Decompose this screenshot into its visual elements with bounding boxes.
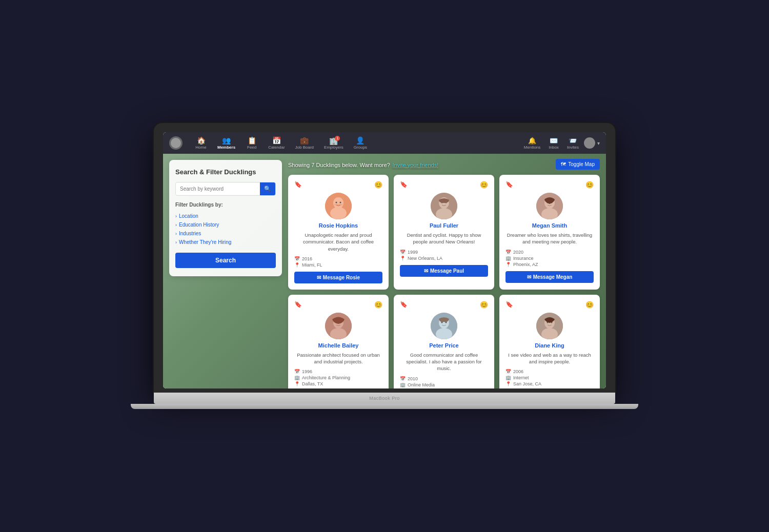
emoji-rosie[interactable]: 😊	[374, 181, 382, 189]
filter-hiring-label: Whether They're Hiring	[179, 239, 231, 245]
mentions-icon: 🔔	[528, 137, 536, 145]
filter-education[interactable]: › Education History	[175, 220, 276, 229]
member-card-diane: 🔖 😊	[499, 295, 600, 388]
avatar-area-paul	[400, 193, 488, 219]
message-icon: ✉	[424, 268, 428, 274]
avatar-area-peter	[400, 313, 488, 339]
emoji-paul[interactable]: 😊	[480, 181, 488, 189]
year-megan: 📅 2020	[505, 250, 594, 255]
calendar-meta-icon: 📅	[505, 250, 511, 255]
nav-members-label: Members	[217, 145, 235, 150]
panel-header: Showing 7 Ducklings below. Want more? In…	[288, 159, 600, 170]
name-michelle[interactable]: Michelle Bailey	[294, 342, 382, 349]
chevron-right-icon: ›	[175, 231, 177, 236]
user-dropdown-arrow[interactable]: ▾	[597, 140, 600, 146]
meta-michelle: 📅 1996 🏢 Architecture & Planning 📍	[294, 369, 382, 386]
emoji-diane[interactable]: 😊	[585, 301, 594, 309]
emoji-peter[interactable]: 😊	[480, 301, 488, 309]
avatar-peter	[431, 313, 457, 339]
bookmark-rosie[interactable]: 🔖	[294, 181, 302, 188]
toggle-map-button[interactable]: 🗺 Toggle Map	[556, 159, 600, 170]
svg-point-2	[330, 207, 347, 219]
avatar-megan	[536, 193, 563, 219]
location-paul: 📍 New Orleans, LA	[400, 256, 488, 261]
app-logo[interactable]	[169, 136, 183, 150]
message-paul-button[interactable]: ✉ Message Paul	[400, 265, 488, 277]
nav-groups-label: Groups	[354, 145, 367, 150]
cards-grid: 🔖 😊	[288, 175, 600, 388]
app: 🏠 Home 👥 Members 📋 Feed 📅	[163, 132, 606, 388]
avatar-rosie	[325, 193, 352, 219]
nav-inbox[interactable]: ✉️ Inbox	[545, 135, 562, 152]
bio-megan: Dreamer who loves tee shirts, travelling…	[505, 232, 594, 245]
invite-friends-link[interactable]: Invite your friends!	[392, 162, 438, 168]
nav-jobboard-label: Job Board	[295, 145, 314, 150]
calendar-meta-icon: 📅	[505, 369, 511, 374]
location-meta-icon: 📍	[505, 381, 511, 386]
emoji-megan[interactable]: 😊	[585, 181, 594, 189]
nav-groups[interactable]: 👤 Groups	[350, 134, 371, 152]
bio-peter: Good communicator and coffee specialist.…	[400, 352, 488, 372]
bookmark-paul[interactable]: 🔖	[400, 181, 408, 188]
industry-meta-icon: 🏢	[400, 382, 406, 387]
industry-peter: 🏢 Online Media	[400, 382, 488, 387]
laptop-screen: 🏠 Home 👥 Members 📋 Feed 📅	[163, 132, 606, 388]
location-megan: 📍 Phoenix, AZ	[505, 262, 594, 267]
sidebar-title: Search & Filter Ducklings	[175, 168, 276, 176]
svg-point-4	[336, 202, 337, 203]
sidebar: Search & Filter Ducklings 🔍 Filter Duckl…	[169, 160, 282, 276]
meta-megan: 📅 2020 🏢 Insurance 📍	[505, 250, 594, 267]
main-content: Search & Filter Ducklings 🔍 Filter Duckl…	[163, 154, 606, 388]
member-card-megan: 🔖 😊	[499, 175, 600, 290]
name-megan[interactable]: Megan Smith	[505, 222, 594, 229]
name-paul[interactable]: Paul Fuller	[400, 222, 488, 229]
industry-diane: 🏢 Internet	[505, 375, 594, 380]
map-icon: 🗺	[561, 161, 566, 167]
filter-hiring[interactable]: › Whether They're Hiring	[175, 238, 276, 247]
year-paul: 📅 1999	[400, 250, 488, 255]
bookmark-diane[interactable]: 🔖	[505, 301, 513, 308]
nav-jobboard[interactable]: 💼 Job Board	[291, 134, 318, 152]
card-top-michelle: 🔖 😊	[294, 301, 382, 309]
meta-peter: 📅 2010 🏢 Online Media 📍	[400, 376, 488, 388]
location-meta-icon: 📍	[294, 262, 300, 268]
home-icon: 🏠	[197, 136, 206, 145]
search-button[interactable]: Search	[175, 253, 276, 268]
bookmark-peter[interactable]: 🔖	[400, 301, 408, 308]
message-megan-button[interactable]: ✉ Message Megan	[505, 271, 594, 283]
jobboard-icon: 💼	[300, 136, 309, 145]
keyword-search-button[interactable]: 🔍	[260, 182, 275, 195]
screen-bezel: 🏠 Home 👥 Members 📋 Feed 📅	[154, 123, 615, 393]
avatar-area-michelle	[294, 313, 382, 339]
industry-michelle: 🏢 Architecture & Planning	[294, 375, 382, 380]
svg-point-3	[333, 197, 343, 209]
nav-feed[interactable]: 📋 Feed	[241, 134, 262, 152]
card-top-diane: 🔖 😊	[505, 301, 594, 309]
nav-employers[interactable]: 🏢 1 Employers	[320, 135, 348, 152]
message-paul-label: Message Paul	[430, 268, 464, 274]
nav-calendar-label: Calendar	[268, 145, 285, 150]
nav-calendar[interactable]: 📅 Calendar	[264, 134, 289, 152]
meta-diane: 📅 2006 🏢 Internet 📍 S	[505, 369, 594, 386]
location-michelle: 📍 Dallas, TX	[294, 381, 382, 386]
avatar-area-megan	[505, 193, 594, 219]
keyword-search-input[interactable]	[176, 183, 260, 195]
nav-members[interactable]: 👥 Members	[213, 134, 239, 152]
filter-location[interactable]: › Location	[175, 212, 276, 220]
emoji-michelle[interactable]: 😊	[374, 301, 382, 309]
name-diane[interactable]: Diane King	[505, 342, 594, 349]
feed-icon: 📋	[248, 136, 256, 145]
user-avatar[interactable]	[584, 137, 595, 149]
name-peter[interactable]: Peter Price	[400, 342, 488, 349]
chevron-right-icon: ›	[175, 214, 177, 219]
industry-meta-icon: 🏢	[505, 375, 511, 380]
year-peter: 📅 2010	[400, 376, 488, 381]
bookmark-megan[interactable]: 🔖	[505, 181, 513, 188]
message-rosie-button[interactable]: ✉ Message Rosie	[294, 272, 382, 283]
bookmark-michelle[interactable]: 🔖	[294, 301, 302, 308]
name-rosie[interactable]: Rosie Hopkins	[294, 222, 382, 229]
nav-mentions[interactable]: 🔔 Mentions	[521, 135, 543, 152]
nav-home[interactable]: 🏠 Home	[191, 134, 211, 152]
nav-invites[interactable]: 📨 Invites	[564, 135, 582, 152]
filter-industries[interactable]: › Industries	[175, 229, 276, 238]
